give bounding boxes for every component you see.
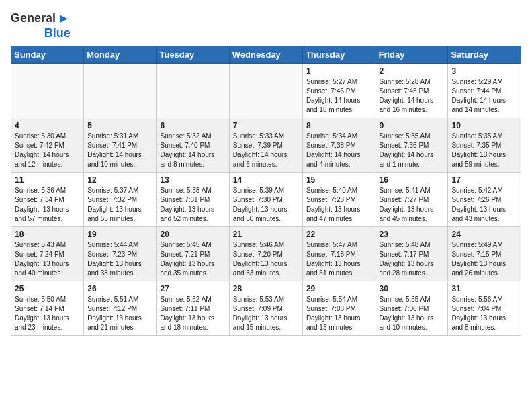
day-info: Sunrise: 5:48 AM Sunset: 7:17 PM Dayligh…: [379, 240, 444, 278]
calendar-week-row: 11Sunrise: 5:36 AM Sunset: 7:34 PM Dayli…: [11, 173, 521, 227]
calendar-cell: 16Sunrise: 5:41 AM Sunset: 7:27 PM Dayli…: [375, 173, 448, 227]
day-info: Sunrise: 5:49 AM Sunset: 7:15 PM Dayligh…: [451, 240, 517, 278]
calendar-cell: 14Sunrise: 5:39 AM Sunset: 7:30 PM Dayli…: [229, 173, 302, 227]
calendar-cell: 23Sunrise: 5:48 AM Sunset: 7:17 PM Dayli…: [375, 227, 448, 281]
logo-arrow-icon: ►: [57, 11, 71, 26]
day-number: 25: [15, 284, 80, 293]
day-number: 23: [379, 230, 444, 239]
day-info: Sunrise: 5:34 AM Sunset: 7:38 PM Dayligh…: [306, 132, 372, 169]
day-number: 7: [233, 121, 299, 130]
weekday-header-row: SundayMondayTuesdayWednesdayThursdayFrid…: [11, 46, 521, 64]
day-number: 19: [87, 230, 152, 239]
calendar-week-row: 18Sunrise: 5:43 AM Sunset: 7:24 PM Dayli…: [11, 227, 521, 281]
day-info: Sunrise: 5:50 AM Sunset: 7:14 PM Dayligh…: [15, 295, 80, 332]
day-info: Sunrise: 5:33 AM Sunset: 7:39 PM Dayligh…: [233, 132, 299, 169]
day-number: 11: [15, 175, 80, 185]
calendar-cell: 27Sunrise: 5:52 AM Sunset: 7:11 PM Dayli…: [157, 281, 229, 336]
calendar-cell: 31Sunrise: 5:56 AM Sunset: 7:04 PM Dayli…: [448, 281, 521, 336]
calendar-cell: 13Sunrise: 5:38 AM Sunset: 7:31 PM Dayli…: [157, 173, 229, 227]
weekday-header-sunday: Sunday: [11, 46, 84, 64]
day-info: Sunrise: 5:32 AM Sunset: 7:40 PM Dayligh…: [160, 132, 225, 169]
weekday-header-friday: Friday: [375, 46, 448, 64]
day-info: Sunrise: 5:51 AM Sunset: 7:12 PM Dayligh…: [87, 295, 152, 332]
calendar-week-row: 25Sunrise: 5:50 AM Sunset: 7:14 PM Dayli…: [11, 281, 521, 336]
calendar-cell: 19Sunrise: 5:44 AM Sunset: 7:23 PM Dayli…: [84, 227, 157, 281]
day-info: Sunrise: 5:27 AM Sunset: 7:46 PM Dayligh…: [306, 77, 372, 115]
calendar-cell: 9Sunrise: 5:35 AM Sunset: 7:36 PM Daylig…: [375, 118, 448, 173]
day-number: 1: [306, 66, 372, 76]
day-number: 12: [87, 175, 152, 185]
weekday-header-saturday: Saturday: [448, 46, 521, 64]
day-number: 4: [15, 121, 80, 130]
logo-blue-text: Blue: [44, 26, 71, 40]
day-number: 28: [233, 284, 299, 293]
day-number: 13: [160, 175, 225, 185]
calendar-cell: 6Sunrise: 5:32 AM Sunset: 7:40 PM Daylig…: [157, 118, 229, 173]
calendar-cell: 12Sunrise: 5:37 AM Sunset: 7:32 PM Dayli…: [84, 173, 157, 227]
calendar-cell: 4Sunrise: 5:30 AM Sunset: 7:42 PM Daylig…: [11, 118, 84, 173]
day-number: 5: [87, 121, 152, 130]
day-info: Sunrise: 5:47 AM Sunset: 7:18 PM Dayligh…: [306, 240, 372, 278]
day-number: 14: [233, 175, 299, 185]
day-info: Sunrise: 5:35 AM Sunset: 7:35 PM Dayligh…: [451, 132, 517, 169]
day-number: 31: [451, 284, 517, 293]
day-info: Sunrise: 5:31 AM Sunset: 7:41 PM Dayligh…: [87, 132, 152, 169]
day-number: 15: [306, 175, 372, 185]
calendar-cell: 7Sunrise: 5:33 AM Sunset: 7:39 PM Daylig…: [229, 118, 302, 173]
day-number: 18: [15, 230, 80, 239]
calendar-cell: [157, 64, 229, 118]
day-number: 3: [451, 66, 517, 76]
calendar-cell: 5Sunrise: 5:31 AM Sunset: 7:41 PM Daylig…: [84, 118, 157, 173]
calendar-cell: 17Sunrise: 5:42 AM Sunset: 7:26 PM Dayli…: [448, 173, 521, 227]
calendar-cell: 30Sunrise: 5:55 AM Sunset: 7:06 PM Dayli…: [375, 281, 448, 336]
day-info: Sunrise: 5:37 AM Sunset: 7:32 PM Dayligh…: [87, 186, 152, 224]
day-info: Sunrise: 5:30 AM Sunset: 7:42 PM Dayligh…: [15, 132, 80, 169]
weekday-header-wednesday: Wednesday: [229, 46, 302, 64]
day-info: Sunrise: 5:55 AM Sunset: 7:06 PM Dayligh…: [379, 295, 444, 332]
day-info: Sunrise: 5:44 AM Sunset: 7:23 PM Dayligh…: [87, 240, 152, 278]
day-number: 20: [160, 230, 225, 239]
day-info: Sunrise: 5:35 AM Sunset: 7:36 PM Dayligh…: [379, 132, 444, 169]
calendar-cell: 2Sunrise: 5:28 AM Sunset: 7:45 PM Daylig…: [375, 64, 448, 118]
day-info: Sunrise: 5:56 AM Sunset: 7:04 PM Dayligh…: [451, 295, 517, 332]
weekday-header-thursday: Thursday: [302, 46, 375, 64]
logo: General ► Blue: [11, 11, 71, 40]
day-number: 22: [306, 230, 372, 239]
calendar-cell: 28Sunrise: 5:53 AM Sunset: 7:09 PM Dayli…: [229, 281, 302, 336]
calendar-cell: [229, 64, 302, 118]
calendar-cell: 18Sunrise: 5:43 AM Sunset: 7:24 PM Dayli…: [11, 227, 84, 281]
calendar-cell: 21Sunrise: 5:46 AM Sunset: 7:20 PM Dayli…: [229, 227, 302, 281]
calendar-cell: 11Sunrise: 5:36 AM Sunset: 7:34 PM Dayli…: [11, 173, 84, 227]
day-info: Sunrise: 5:29 AM Sunset: 7:44 PM Dayligh…: [451, 77, 517, 115]
day-info: Sunrise: 5:46 AM Sunset: 7:20 PM Dayligh…: [233, 240, 299, 278]
day-info: Sunrise: 5:36 AM Sunset: 7:34 PM Dayligh…: [15, 186, 80, 224]
calendar-cell: 25Sunrise: 5:50 AM Sunset: 7:14 PM Dayli…: [11, 281, 84, 336]
day-info: Sunrise: 5:41 AM Sunset: 7:27 PM Dayligh…: [379, 186, 444, 224]
calendar-week-row: 4Sunrise: 5:30 AM Sunset: 7:42 PM Daylig…: [11, 118, 521, 173]
calendar-cell: 29Sunrise: 5:54 AM Sunset: 7:08 PM Dayli…: [302, 281, 375, 336]
day-info: Sunrise: 5:54 AM Sunset: 7:08 PM Dayligh…: [306, 295, 372, 332]
day-info: Sunrise: 5:43 AM Sunset: 7:24 PM Dayligh…: [15, 240, 80, 278]
day-number: 26: [87, 284, 152, 293]
day-info: Sunrise: 5:40 AM Sunset: 7:28 PM Dayligh…: [306, 186, 372, 224]
weekday-header-tuesday: Tuesday: [157, 46, 229, 64]
calendar-cell: 8Sunrise: 5:34 AM Sunset: 7:38 PM Daylig…: [302, 118, 375, 173]
day-info: Sunrise: 5:42 AM Sunset: 7:26 PM Dayligh…: [451, 186, 517, 224]
day-info: Sunrise: 5:45 AM Sunset: 7:21 PM Dayligh…: [160, 240, 225, 278]
day-info: Sunrise: 5:28 AM Sunset: 7:45 PM Dayligh…: [379, 77, 444, 115]
day-number: 24: [451, 230, 517, 239]
day-number: 10: [451, 121, 517, 130]
day-info: Sunrise: 5:39 AM Sunset: 7:30 PM Dayligh…: [233, 186, 299, 224]
day-number: 30: [379, 284, 444, 293]
calendar-cell: 26Sunrise: 5:51 AM Sunset: 7:12 PM Dayli…: [84, 281, 157, 336]
page-header: General ► Blue: [11, 11, 521, 40]
calendar-cell: [84, 64, 157, 118]
day-info: Sunrise: 5:53 AM Sunset: 7:09 PM Dayligh…: [233, 295, 299, 332]
day-number: 9: [379, 121, 444, 130]
calendar-cell: 10Sunrise: 5:35 AM Sunset: 7:35 PM Dayli…: [448, 118, 521, 173]
day-number: 16: [379, 175, 444, 185]
calendar-table: SundayMondayTuesdayWednesdayThursdayFrid…: [11, 46, 521, 336]
calendar-week-row: 1Sunrise: 5:27 AM Sunset: 7:46 PM Daylig…: [11, 64, 521, 118]
day-number: 29: [306, 284, 372, 293]
calendar-cell: 3Sunrise: 5:29 AM Sunset: 7:44 PM Daylig…: [448, 64, 521, 118]
